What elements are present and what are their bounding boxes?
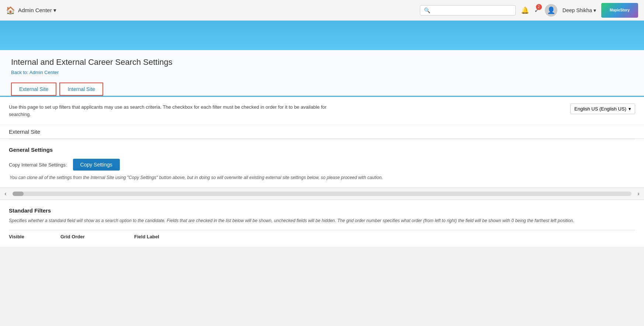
notification-badge: 2	[536, 4, 542, 10]
scroll-right-arrow[interactable]: ›	[633, 189, 644, 198]
col-grid-order-header: Grid Order	[60, 234, 134, 239]
back-link[interactable]: Back to: Admin Center	[11, 70, 59, 75]
scroll-left-arrow[interactable]: ‹	[0, 189, 11, 198]
copy-warning-text: You can clone all of the settings from t…	[10, 175, 635, 180]
admin-center-menu[interactable]: Admin Center ▾	[18, 7, 56, 14]
top-navigation: 🏠 Admin Center ▾ 🔍 🔔 ✓ 2 👤 Deep Shikha ▾…	[0, 0, 644, 21]
standard-filters-title: Standard Filters	[9, 207, 635, 214]
avatar: 👤	[545, 4, 557, 17]
tab-external-site[interactable]: External Site	[11, 83, 56, 96]
nav-left: 🏠 Admin Center ▾	[6, 6, 415, 15]
col-visible-header: Visible	[9, 234, 60, 239]
check-wrapper: ✓ 2	[534, 6, 540, 14]
scrollbar-area: ‹ ›	[0, 187, 644, 200]
main-area: Use this page to set up filters that app…	[0, 96, 644, 247]
game-banner-text: MapleStory	[610, 8, 630, 12]
language-chevron: ▾	[629, 106, 631, 112]
bell-wrapper: 🔔	[521, 6, 529, 14]
home-icon[interactable]: 🏠	[6, 6, 15, 15]
info-bar: Use this page to set up filters that app…	[0, 97, 644, 125]
user-name-menu[interactable]: Deep Shikha ▾	[563, 7, 596, 13]
scrollbar-track[interactable]	[13, 192, 631, 196]
search-bar[interactable]: 🔍	[420, 5, 516, 15]
search-icon: 🔍	[424, 7, 430, 13]
copy-settings-label: Copy Internal Site Settings:	[9, 162, 67, 168]
standard-filters-description: Specifies whether a standard field will …	[9, 217, 635, 224]
user-chevron: ▾	[593, 7, 596, 13]
game-banner: MapleStory	[601, 3, 638, 18]
copy-settings-button[interactable]: Copy Settings	[73, 159, 120, 171]
admin-center-label: Admin Center	[18, 7, 52, 13]
page-content: Internal and External Career Search Sett…	[0, 50, 644, 96]
general-settings-title: General Settings	[9, 147, 635, 153]
blue-header-band	[0, 21, 644, 50]
general-settings: General Settings Copy Internal Site Sett…	[0, 139, 644, 187]
language-select[interactable]: English US (English US) ▾	[570, 104, 635, 114]
section-header: External Site	[0, 125, 644, 139]
section-label: External Site	[9, 129, 40, 135]
info-text: Use this page to set up filters that app…	[9, 104, 341, 118]
scrollbar-thumb[interactable]	[13, 192, 24, 196]
nav-right: 🔍 🔔 ✓ 2 👤 Deep Shikha ▾ MapleStory	[420, 3, 638, 18]
search-input[interactable]	[432, 7, 512, 13]
admin-center-chevron: ▾	[53, 7, 56, 14]
tab-internal-site[interactable]: Internal Site	[59, 83, 103, 96]
copy-settings-row: Copy Internal Site Settings: Copy Settin…	[9, 159, 635, 171]
tabs: External Site Internal Site	[11, 83, 633, 96]
bell-icon[interactable]: 🔔	[521, 7, 529, 14]
language-select-label: English US (English US)	[574, 106, 626, 112]
standard-filters: Standard Filters Specifies whether a sta…	[0, 200, 644, 247]
page-title: Internal and External Career Search Sett…	[11, 57, 633, 67]
col-field-label-header: Field Label	[134, 234, 208, 239]
filters-table-header: Visible Grid Order Field Label	[9, 230, 635, 239]
user-name-label: Deep Shikha	[563, 7, 592, 13]
